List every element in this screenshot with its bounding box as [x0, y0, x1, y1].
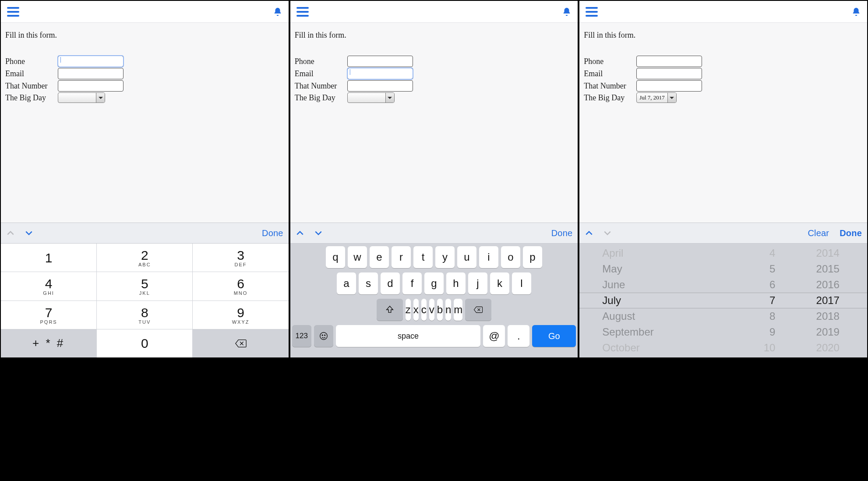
bell-icon[interactable]: [273, 7, 282, 17]
prev-field-button[interactable]: [296, 229, 304, 237]
top-bar: [1, 1, 289, 23]
key-symbols[interactable]: + * #: [1, 329, 96, 357]
email-input[interactable]: [636, 68, 702, 79]
key-e[interactable]: e: [370, 246, 389, 268]
key-u[interactable]: u: [457, 246, 476, 268]
phone-input[interactable]: [347, 56, 413, 67]
wheel-item[interactable]: 9: [769, 324, 775, 340]
key-6[interactable]: 6MNO: [193, 272, 288, 300]
key-m[interactable]: m: [454, 299, 462, 321]
wheel-item[interactable]: 2014: [816, 245, 840, 261]
key-v[interactable]: v: [429, 299, 434, 321]
wheel-item[interactable]: 8: [769, 308, 775, 324]
menu-icon[interactable]: [586, 7, 598, 17]
date-value: Jul 7, 2017: [637, 94, 667, 101]
key-n[interactable]: n: [445, 299, 451, 321]
wheel-item[interactable]: 2019: [816, 324, 840, 340]
key-k[interactable]: k: [490, 272, 509, 294]
key-j[interactable]: j: [468, 272, 487, 294]
key-2[interactable]: 2ABC: [97, 244, 192, 272]
wheel-item[interactable]: 10: [764, 340, 776, 356]
key-i[interactable]: i: [479, 246, 498, 268]
wheel-item[interactable]: August: [602, 308, 635, 324]
key-4[interactable]: 4GHI: [1, 272, 96, 300]
prev-field-button[interactable]: [585, 229, 593, 237]
wheel-item[interactable]: 6: [769, 277, 775, 293]
number-input[interactable]: [636, 80, 702, 92]
wheel-item[interactable]: 2020: [816, 340, 840, 356]
emoji-key[interactable]: [314, 325, 333, 347]
key-3[interactable]: 3DEF: [193, 244, 288, 272]
key-5[interactable]: 5JKL: [97, 272, 192, 300]
wheel-item[interactable]: September: [602, 324, 653, 340]
key-q[interactable]: q: [326, 246, 345, 268]
date-dropdown[interactable]: [347, 92, 395, 103]
key-p[interactable]: p: [523, 246, 542, 268]
key-b[interactable]: b: [437, 299, 443, 321]
key-1[interactable]: 1: [1, 244, 96, 272]
wheel-item[interactable]: April: [602, 245, 623, 261]
email-input[interactable]: [347, 68, 413, 79]
phone-input[interactable]: [58, 56, 123, 67]
key-t[interactable]: t: [413, 246, 433, 268]
next-field-button[interactable]: [25, 229, 33, 237]
key-s[interactable]: s: [359, 272, 378, 294]
bell-icon[interactable]: [562, 7, 572, 17]
done-button[interactable]: Done: [551, 228, 573, 238]
key-9[interactable]: 9WXYZ: [193, 301, 288, 329]
wheel-item[interactable]: 2017: [816, 293, 840, 308]
numbers-key[interactable]: 123: [292, 325, 311, 347]
wheel-item[interactable]: July: [602, 293, 621, 308]
number-input[interactable]: [347, 80, 413, 92]
wheel-item[interactable]: 7: [769, 293, 775, 308]
key-o[interactable]: o: [501, 246, 520, 268]
key-d[interactable]: d: [381, 272, 400, 294]
key-7[interactable]: 7PQRS: [1, 301, 96, 329]
key-r[interactable]: r: [392, 246, 411, 268]
key-8[interactable]: 8TUV: [97, 301, 192, 329]
done-button[interactable]: Done: [262, 228, 283, 238]
key-l[interactable]: l: [512, 272, 531, 294]
key-x[interactable]: x: [413, 299, 419, 321]
wheel-item[interactable]: 4: [769, 245, 775, 261]
key-c[interactable]: c: [421, 299, 427, 321]
key-g[interactable]: g: [424, 272, 444, 294]
done-button[interactable]: Done: [840, 228, 862, 238]
menu-icon[interactable]: [7, 7, 19, 17]
wheel-item[interactable]: 2018: [816, 308, 840, 324]
shift-key[interactable]: [377, 299, 403, 321]
clear-button[interactable]: Clear: [808, 228, 829, 238]
wheel-item[interactable]: 2015: [816, 261, 840, 277]
next-field-button[interactable]: [314, 229, 323, 237]
wheel-item[interactable]: June: [602, 277, 625, 293]
key-a[interactable]: a: [337, 272, 356, 294]
bell-icon[interactable]: [851, 7, 861, 17]
go-key[interactable]: Go: [532, 325, 576, 347]
wheel-item[interactable]: 5: [769, 261, 775, 277]
menu-icon[interactable]: [296, 7, 309, 17]
key-0[interactable]: 0: [97, 329, 192, 357]
wheel-item[interactable]: May: [602, 261, 622, 277]
key-h[interactable]: h: [446, 272, 466, 294]
label-email: Email: [295, 69, 347, 78]
key-f[interactable]: f: [402, 272, 422, 294]
key-z[interactable]: z: [406, 299, 411, 321]
space-key[interactable]: space: [336, 325, 481, 347]
svg-point-5: [322, 335, 323, 336]
wheel-item[interactable]: October: [602, 340, 639, 356]
date-dropdown[interactable]: [58, 92, 105, 103]
dot-key[interactable]: .: [508, 325, 529, 347]
backspace-key[interactable]: [465, 299, 491, 321]
phone-input[interactable]: [636, 56, 702, 67]
key-w[interactable]: w: [348, 246, 367, 268]
email-input[interactable]: [58, 68, 123, 79]
date-picker[interactable]: AprilMayJuneJulyAugustSeptemberOctober 4…: [579, 244, 867, 357]
label-number: That Number: [295, 81, 347, 91]
at-key[interactable]: @: [483, 325, 505, 347]
key-y[interactable]: y: [435, 246, 455, 268]
wheel-item[interactable]: 2016: [816, 277, 840, 293]
date-dropdown[interactable]: Jul 7, 2017: [636, 92, 676, 103]
number-input[interactable]: [58, 80, 123, 92]
key-backspace[interactable]: [193, 329, 288, 357]
label-phone: Phone: [5, 57, 58, 66]
